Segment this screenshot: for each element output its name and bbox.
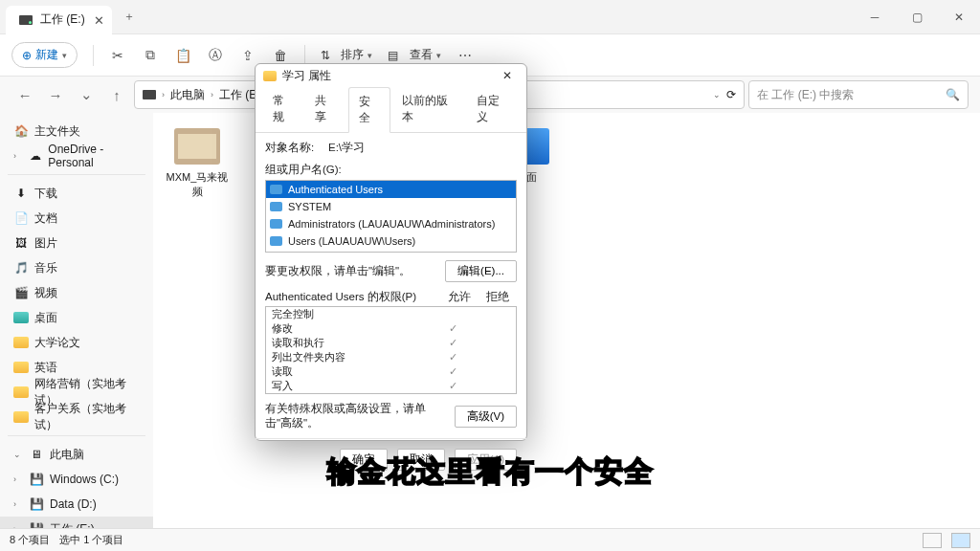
group-icon	[270, 236, 282, 246]
permissions-header: Authenticated Users 的权限(P) 允许 拒绝	[265, 290, 517, 304]
sidebar-folder-4[interactable]: 客户关系（实地考试）	[0, 405, 153, 430]
minimize-button[interactable]: ─	[854, 0, 896, 34]
properties-dialog: 学习 属性 ✕ 常规共享安全以前的版本自定义 对象名称: E:\学习 组或用户名…	[255, 63, 527, 441]
view-button[interactable]: ▤ 查看▾	[388, 47, 440, 63]
group-list[interactable]: Authenticated UsersSYSTEMAdministrators …	[265, 180, 517, 253]
sidebar-this-pc[interactable]: ⌄🖥此电脑	[0, 442, 153, 467]
permission-row: 读取和执行✓	[266, 336, 516, 350]
object-row: 对象名称: E:\学习	[265, 141, 517, 155]
dialog-tabs: 常规共享安全以前的版本自定义	[256, 87, 526, 133]
permission-row: 列出文件夹内容✓	[266, 350, 516, 364]
sidebar-videos[interactable]: 🎬视频	[0, 280, 153, 305]
folder-item[interactable]: MXM_马来视频	[165, 128, 230, 199]
permissions-list: 完全控制修改✓读取和执行✓列出文件夹内容✓读取✓写入✓	[265, 306, 517, 394]
cut-icon[interactable]: ✂	[109, 47, 126, 64]
dialog-tab[interactable]: 自定义	[467, 87, 519, 132]
crumb-root[interactable]: 此电脑	[170, 87, 205, 103]
icons-view-button[interactable]	[951, 533, 970, 548]
tab-current[interactable]: 工作 (E:) ✕	[6, 6, 112, 34]
status-selected: 选中 1 个项目	[59, 533, 123, 547]
dialog-tab[interactable]: 常规	[263, 87, 303, 132]
close-button[interactable]: ✕	[938, 0, 980, 34]
window-controls: ─ ▢ ✕	[854, 0, 980, 34]
drive-icon	[143, 90, 156, 99]
dialog-close-button[interactable]: ✕	[496, 64, 519, 87]
search-placeholder: 在 工作 (E:) 中搜索	[757, 87, 854, 103]
edit-tip: 要更改权限，请单击"编辑"。	[265, 264, 411, 278]
group-item[interactable]: Authenticated Users	[266, 181, 516, 198]
edit-button[interactable]: 编辑(E)...	[445, 260, 517, 282]
sidebar-folder-1[interactable]: 大学论文	[0, 330, 153, 355]
permission-row: 完全控制	[266, 307, 516, 321]
dialog-title: 学习 属性	[282, 68, 331, 84]
status-bar: 8 个项目 选中 1 个项目	[0, 528, 980, 551]
delete-icon[interactable]: 🗑	[272, 47, 289, 64]
permission-row: 写入✓	[266, 379, 516, 393]
object-name: E:\学习	[328, 141, 365, 155]
group-item[interactable]: Users (LAUAUAUW\Users)	[266, 232, 516, 250]
sidebar-downloads[interactable]: ⬇下载	[0, 181, 153, 206]
share-icon[interactable]: ⇪	[239, 47, 256, 64]
dialog-titlebar[interactable]: 学习 属性 ✕	[256, 64, 526, 87]
details-view-button[interactable]	[923, 533, 942, 548]
paste-icon[interactable]: 📋	[174, 47, 191, 64]
search-input[interactable]: 在 工作 (E:) 中搜索 🔍	[748, 80, 969, 109]
group-icon	[270, 202, 282, 211]
advanced-button[interactable]: 高级(V)	[455, 406, 517, 428]
up-button[interactable]: ↑	[103, 81, 130, 108]
dialog-tab[interactable]: 安全	[348, 87, 390, 133]
back-button[interactable]: ←	[11, 81, 38, 108]
permission-row: 修改✓	[266, 321, 516, 336]
forward-button[interactable]: →	[42, 81, 69, 108]
group-item[interactable]: SYSTEM	[266, 198, 516, 215]
advanced-tip: 有关特殊权限或高级设置，请单击"高级"。	[265, 402, 447, 430]
tab-close-button[interactable]: ✕	[94, 13, 104, 28]
dialog-tab[interactable]: 共享	[305, 87, 345, 132]
sidebar-home[interactable]: 🏠主文件夹	[0, 119, 153, 143]
new-tab-button[interactable]: ＋	[116, 4, 143, 31]
dialog-tab[interactable]: 以前的版本	[392, 87, 465, 132]
sidebar-documents[interactable]: 📄文档	[0, 206, 153, 231]
address-dropdown-icon[interactable]: ⌄	[713, 90, 721, 99]
groups-label: 组或用户名(G):	[265, 163, 517, 177]
sidebar-onedrive[interactable]: ›☁OneDrive - Personal	[0, 143, 153, 168]
folder-icon	[174, 128, 220, 165]
search-icon: 🔍	[946, 88, 960, 101]
status-count: 8 个项目	[10, 533, 50, 547]
drive-icon	[19, 15, 33, 25]
sidebar-drive-d[interactable]: ›💾Data (D:)	[0, 492, 153, 517]
sort-button[interactable]: ⇅ 排序▾	[321, 47, 372, 63]
sidebar-pictures[interactable]: 🖼图片	[0, 231, 153, 255]
subtitle-overlay: 输金花这里看有一个安全	[327, 452, 654, 492]
refresh-icon[interactable]: ⟳	[726, 88, 736, 101]
folder-icon	[263, 71, 277, 81]
new-button[interactable]: ⊕新建▾	[11, 42, 78, 68]
titlebar: 工作 (E:) ✕ ＋ ─ ▢ ✕	[0, 0, 980, 34]
sidebar: 🏠主文件夹 ›☁OneDrive - Personal ⬇下载 📄文档 🖼图片 …	[0, 113, 153, 534]
copy-icon[interactable]: ⧉	[142, 47, 159, 64]
permission-row: 读取✓	[266, 364, 516, 379]
sidebar-desktop[interactable]: 桌面	[0, 305, 153, 330]
group-item[interactable]: Administrators (LAUAUAUW\Administrators)	[266, 215, 516, 232]
history-button[interactable]: ⌄	[73, 81, 100, 108]
tab-title: 工作 (E:)	[40, 11, 85, 28]
sidebar-drive-c[interactable]: ›💾Windows (C:)	[0, 467, 153, 492]
group-icon	[270, 219, 282, 229]
maximize-button[interactable]: ▢	[896, 0, 938, 34]
group-icon	[270, 185, 282, 194]
sidebar-music[interactable]: 🎵音乐	[0, 255, 153, 280]
rename-icon[interactable]: Ⓐ	[207, 47, 224, 64]
folder-label: MXM_马来视频	[165, 170, 230, 199]
more-icon[interactable]: ⋯	[457, 47, 474, 64]
